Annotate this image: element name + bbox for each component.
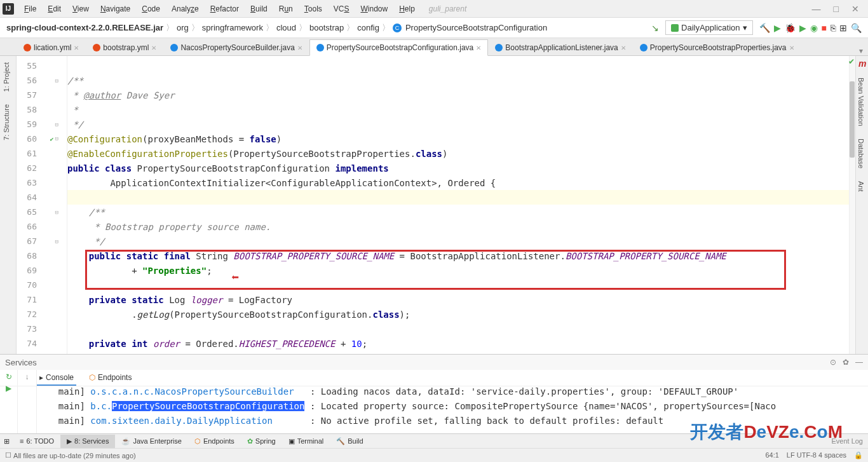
maven-icon[interactable]: m [856,56,868,71]
window-controls: — □ ✕ [812,4,865,14]
run-config-dropdown[interactable]: DailyApplication ▾ [665,20,753,35]
structure-icon[interactable]: ⊞ [839,23,847,33]
breadcrumb-part[interactable]: org [177,23,189,32]
tab-nacos-builder[interactable]: NacosPropertySourceBuilder.java✕ [163,39,309,55]
close-icon[interactable]: ✕ [851,4,859,14]
services-left-toolbar2: ↓ [18,370,37,433]
tab-label: PropertySourceBootstrapProperties.java [650,43,787,52]
tool-ant[interactable]: Ant [856,175,866,198]
menu-analyze[interactable]: Analyze [166,2,204,16]
status-bar: ☐ All files are up-to-date (29 minutes a… [0,448,868,462]
btab-java-enterprise[interactable]: ☕Java Enterprise [115,435,187,448]
console-link[interactable]: b.c. [90,401,112,411]
tab-lication-yml[interactable]: lication.yml✕ [17,39,86,55]
debug-icon[interactable]: 🐞 [785,23,796,33]
tab-property-source-bootstrap-config[interactable]: PropertySourceBootstrapConfiguration.jav… [309,39,488,56]
close-icon[interactable]: ✕ [74,44,79,51]
close-icon[interactable]: ✕ [789,44,794,51]
console-link[interactable]: o.s.c.a.n.c.NacosPropertySourceBuilder [90,386,294,397]
cursor-position[interactable]: 64:1 [765,451,778,459]
btab-todo[interactable]: ≡6: TODO [13,435,60,447]
breadcrumb-part[interactable]: cloud [276,23,296,32]
run-icon[interactable]: ▶ [774,23,781,33]
breadcrumb-jar[interactable]: spring-cloud-context-2.2.0.RELEASE.jar [6,23,163,32]
tool-database[interactable]: Database [856,132,866,175]
maximize-icon[interactable]: □ [834,4,839,14]
endpoints-tab[interactable]: ⬡Endpoints [86,370,134,386]
btab-endpoints[interactable]: ⬡Endpoints [188,435,241,448]
console-link[interactable]: com.sixteen.daily.DailyApplication [90,416,273,426]
menu-window[interactable]: Window [355,2,393,16]
build-icon[interactable]: 🔨 [759,23,770,33]
services-target-icon[interactable]: ⊙ [830,358,836,367]
menu-tools[interactable]: Tools [299,2,327,16]
editor-scrollbar[interactable]: ✔ [849,56,855,370]
menu-code[interactable]: Code [137,2,165,16]
minimize-icon[interactable]: — [855,358,863,367]
rerun-icon[interactable]: ↻ [6,372,12,381]
tab-bootstrap-props[interactable]: PropertySourceBootstrapProperties.java✕ [633,39,801,55]
btab-services[interactable]: ▶8: Services [60,435,115,448]
close-icon[interactable]: ✕ [476,44,481,51]
breadcrumb-class[interactable]: PropertySourceBootstrapConfiguration [405,23,547,32]
gear-icon[interactable]: ✿ [843,358,849,367]
breadcrumb-part[interactable]: springframework [202,23,263,32]
tool-bean-validation[interactable]: Bean Validation [856,71,866,132]
run-toolbar: ↘ DailyApplication ▾ 🔨 ▶ 🐞 ▶ ◉ ■ ⎘ ⊞ 🔍 [651,20,862,35]
menu-build[interactable]: Build [245,2,273,16]
services-title: Services [5,358,37,367]
menu-file[interactable]: File [19,2,41,16]
run-icon[interactable]: ▶ [6,384,11,393]
scrollbar-thumb[interactable] [850,81,855,158]
services-tabs: ▸Console ⬡Endpoints [0,370,868,386]
run-config-name: DailyApplication [681,23,740,32]
tabs-overflow-icon[interactable]: ▾ [854,46,868,55]
endpoints-icon: ⬡ [89,373,95,382]
watermark: 开发者DeVZe.CoM [690,420,843,444]
spring-boot-icon [671,24,679,32]
profile-icon[interactable]: ◉ [810,23,818,33]
code-editor[interactable]: 55 56⊟ 57 58 59⊟ 60✔⊟ 61 62 63 64 65⊟ 66… [17,56,849,370]
back-nav-icon[interactable]: ↘ [651,23,659,33]
editor-gutter: 55 56⊟ 57 58 59⊟ 60✔⊟ 61 62 63 64 65⊟ 66… [17,56,67,370]
git-icon[interactable]: ⎘ [831,23,836,33]
close-icon[interactable]: ✕ [151,44,156,51]
tab-bootstrap-yml[interactable]: bootstrap.yml✕ [86,39,163,55]
menu-refactor[interactable]: Refactor [205,2,244,16]
menu-navigate[interactable]: Navigate [95,2,135,16]
menu-vcs[interactable]: VCS [329,2,355,16]
tab-label: PropertySourceBootstrapConfiguration.jav… [327,43,473,52]
java-icon [170,44,178,51]
menu-help[interactable]: Help [394,2,420,16]
tab-bootstrap-listener[interactable]: BootstrapApplicationListener.java✕ [488,39,632,55]
encoding-info[interactable]: LF UTF-8 4 spaces [787,451,846,459]
console-tab[interactable]: ▸Console [37,370,76,386]
down-icon[interactable]: ↓ [18,370,36,384]
console-link-selected[interactable]: PropertySourceBootstrapConfiguration [112,401,304,411]
search-icon[interactable]: 🔍 [851,23,862,33]
status-message: All files are up-to-date (29 minutes ago… [13,452,136,459]
breadcrumb-part[interactable]: bootstrap [309,23,344,32]
close-icon[interactable]: ✕ [297,44,302,51]
lock-icon[interactable]: 🔒 [854,451,863,459]
code-content[interactable]: /** * @author Dave Syer * */ @Configurat… [67,56,849,370]
btab-build[interactable]: 🔨Build [330,435,369,448]
tab-label: bootstrap.yml [103,43,149,52]
class-icon: C [393,24,402,32]
btab-terminal[interactable]: ▣Terminal [282,435,330,448]
close-icon[interactable]: ✕ [621,44,626,51]
tool-project[interactable]: 1: Project [0,56,13,98]
minimize-icon[interactable]: — [812,4,821,14]
tool-structure[interactable]: 7: Structure [0,98,13,147]
main-menu-bar: IJ File Edit View Navigate Code Analyze … [0,0,868,18]
menu-view[interactable]: View [67,2,94,16]
stop-icon[interactable]: ■ [822,23,827,33]
java-icon [495,44,503,51]
breadcrumb-part[interactable]: config [357,23,379,32]
menu-run[interactable]: Run [274,2,298,16]
console-icon: ▸ [39,373,43,382]
btab-spring[interactable]: ✿Spring [241,435,282,448]
coverage-icon[interactable]: ▶ [799,23,806,33]
menu-edit[interactable]: Edit [43,2,66,16]
tool-window-icon[interactable]: ⊞ [0,437,13,445]
